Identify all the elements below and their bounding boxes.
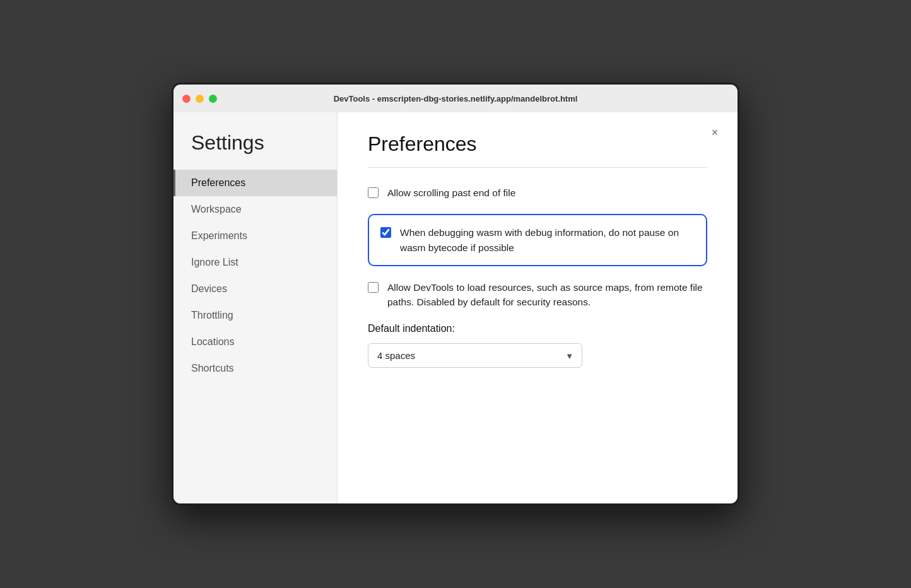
remote-paths-label: Allow DevTools to load resources, such a… [387, 280, 707, 310]
sidebar-heading: Settings [173, 131, 337, 170]
main-content: × Preferences Allow scrolling past end o… [338, 112, 738, 503]
indentation-select-wrapper: 2 spaces 4 spaces 8 spaces Tab character… [368, 343, 582, 368]
section-divider [368, 167, 707, 168]
minimize-traffic-light[interactable] [196, 95, 204, 103]
scroll-past-eof-checkbox[interactable] [368, 187, 379, 198]
sidebar-item-preferences[interactable]: Preferences [173, 170, 337, 196]
setting-row-wasm: When debugging wasm with debug informati… [368, 214, 707, 266]
maximize-traffic-light[interactable] [209, 95, 217, 103]
wasm-debug-checkbox[interactable] [380, 227, 391, 238]
scroll-past-eof-label: Allow scrolling past end of file [387, 185, 515, 200]
close-traffic-light[interactable] [182, 95, 191, 103]
window-body: Settings Preferences Workspace Experimen… [173, 112, 738, 503]
window-title: DevTools - emscripten-dbg-stories.netlif… [334, 94, 578, 103]
sidebar-item-throttling[interactable]: Throttling [173, 302, 337, 329]
traffic-lights [182, 95, 217, 103]
sidebar-item-locations[interactable]: Locations [173, 329, 337, 355]
sidebar: Settings Preferences Workspace Experimen… [173, 112, 338, 503]
setting-row-scroll: Allow scrolling past end of file [368, 185, 707, 200]
title-bar: DevTools - emscripten-dbg-stories.netlif… [173, 85, 738, 112]
sidebar-item-ignore-list[interactable]: Ignore List [173, 249, 337, 276]
indentation-section: Default indentation: 2 spaces 4 spaces 8… [368, 323, 707, 368]
sidebar-item-devices[interactable]: Devices [173, 276, 337, 302]
wasm-debug-label: When debugging wasm with debug informati… [400, 225, 695, 255]
devtools-window: DevTools - emscripten-dbg-stories.netlif… [172, 83, 739, 505]
indentation-select[interactable]: 2 spaces 4 spaces 8 spaces Tab character [368, 343, 582, 368]
sidebar-item-shortcuts[interactable]: Shortcuts [173, 355, 337, 382]
sidebar-item-experiments[interactable]: Experiments [173, 223, 337, 249]
close-button[interactable]: × [706, 124, 724, 141]
setting-row-remote: Allow DevTools to load resources, such a… [368, 280, 707, 310]
sidebar-item-workspace[interactable]: Workspace [173, 196, 337, 223]
content-title: Preferences [368, 132, 707, 156]
remote-paths-checkbox[interactable] [368, 282, 379, 293]
indentation-label: Default indentation: [368, 323, 707, 334]
